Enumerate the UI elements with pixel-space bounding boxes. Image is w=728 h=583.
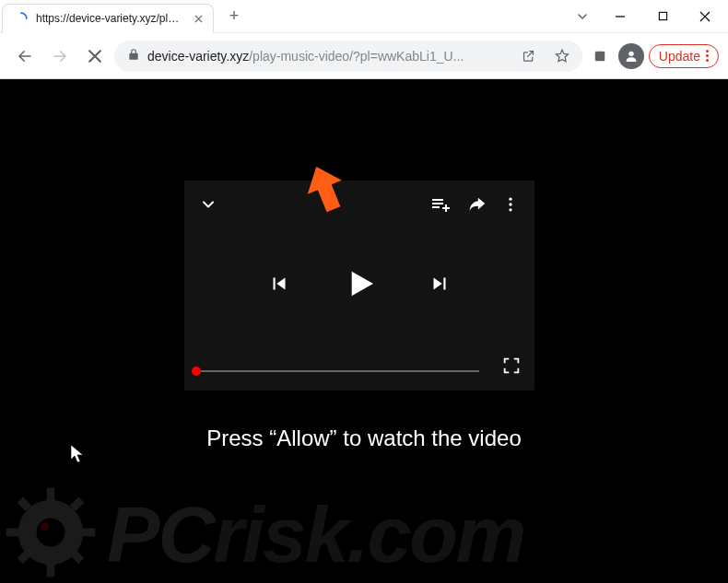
menu-dots-icon	[706, 50, 709, 62]
svg-point-16	[41, 522, 49, 531]
url-domain: device-variety.xyz	[147, 49, 249, 64]
update-button[interactable]: Update	[649, 44, 719, 68]
forward-button	[44, 41, 76, 72]
svg-rect-1	[595, 51, 605, 61]
skip-next-icon[interactable]	[428, 272, 452, 299]
tab-title: https://device-variety.xyz/play-m	[36, 12, 183, 25]
progress-track	[195, 370, 479, 372]
skip-previous-icon[interactable]	[267, 272, 291, 299]
instruction-caption: Press “Allow” to watch the video	[0, 426, 728, 451]
svg-rect-0	[659, 12, 666, 19]
svg-rect-7	[47, 488, 55, 502]
url-path: /play-music-video/?pl=wwKabLi1_U...	[249, 49, 464, 64]
tab-search-button[interactable]	[566, 0, 599, 33]
svg-rect-11	[18, 496, 32, 511]
svg-rect-9	[6, 529, 20, 537]
url-text: device-variety.xyz/play-music-video/?pl=…	[147, 49, 509, 64]
stop-reload-button[interactable]	[79, 41, 111, 72]
svg-point-15	[37, 519, 65, 547]
close-tab-button[interactable]	[191, 11, 205, 26]
share-icon[interactable]	[516, 43, 542, 69]
svg-point-3	[509, 198, 511, 201]
window-title-bar: https://device-variety.xyz/play-m +	[0, 0, 728, 33]
share-arrow-icon[interactable]	[466, 194, 487, 218]
profile-avatar[interactable]	[617, 42, 645, 70]
svg-rect-8	[47, 563, 55, 577]
svg-point-2	[628, 51, 633, 55]
more-vert-icon[interactable]	[501, 195, 520, 217]
svg-point-5	[509, 208, 511, 211]
pcrisk-watermark: PCrisk.com	[0, 482, 728, 583]
svg-point-6	[18, 500, 83, 565]
extensions-button[interactable]	[586, 42, 614, 70]
collapse-chevron-icon[interactable]	[199, 195, 415, 217]
update-label: Update	[659, 49, 700, 64]
window-maximize-button[interactable]	[641, 0, 684, 33]
progress-handle[interactable]	[192, 367, 201, 376]
fullscreen-icon[interactable]	[501, 356, 522, 379]
progress-bar[interactable]	[195, 370, 479, 372]
svg-rect-10	[81, 529, 95, 537]
svg-point-4	[509, 203, 511, 205]
back-button[interactable]	[9, 41, 41, 72]
play-icon[interactable]	[341, 265, 378, 306]
watermark-gear-icon	[0, 482, 101, 583]
video-player[interactable]	[184, 181, 534, 391]
loading-spinner-icon	[14, 11, 29, 26]
window-minimize-button[interactable]	[599, 0, 641, 33]
page-content: Press “Allow” to watch the video	[0, 79, 728, 583]
svg-rect-12	[70, 550, 85, 565]
playlist-add-icon[interactable]	[429, 193, 452, 219]
window-close-button[interactable]	[684, 0, 726, 33]
player-top-bar	[199, 193, 520, 219]
watermark-text: PCrisk.com	[107, 489, 524, 580]
lock-icon	[127, 48, 140, 64]
address-bar[interactable]: device-variety.xyz/play-music-video/?pl=…	[114, 41, 582, 72]
browser-toolbar: device-variety.xyz/play-music-video/?pl=…	[0, 33, 728, 79]
player-transport-controls	[267, 265, 452, 306]
svg-rect-14	[18, 550, 32, 565]
svg-rect-13	[70, 496, 85, 511]
new-tab-button[interactable]: +	[221, 4, 247, 29]
browser-tab[interactable]: https://device-variety.xyz/play-m	[2, 4, 214, 33]
bookmark-star-icon[interactable]	[549, 43, 575, 69]
